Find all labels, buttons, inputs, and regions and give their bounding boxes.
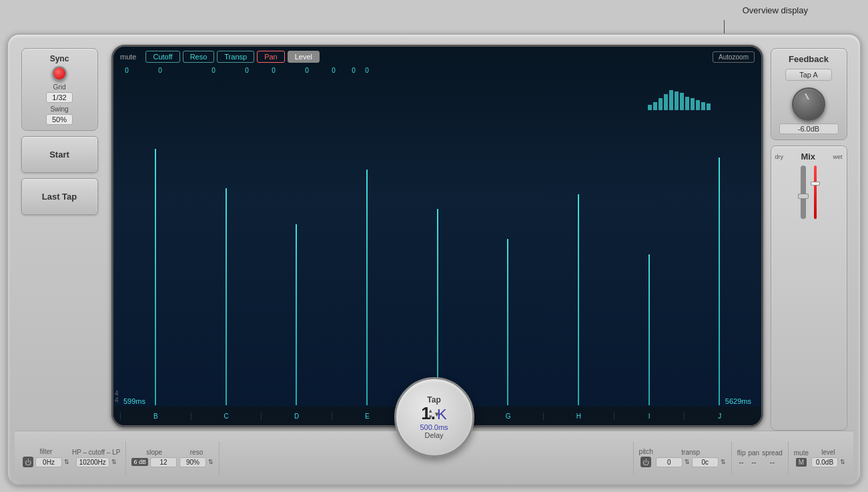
seq-line-C[interactable]	[191, 103, 262, 405]
transp-arrows[interactable]: ⇅	[685, 459, 690, 465]
feedback-db-value: -6.0dB	[779, 124, 839, 134]
pitch-group: pitch ⏻	[639, 448, 653, 467]
tap-delay-time: 500.0ms	[420, 423, 448, 431]
tap-overlay: Tap ▲▼ 1. K ▼ 500.0ms Delay	[394, 377, 474, 457]
mute-dot-7[interactable]: 0	[347, 67, 360, 75]
filter-hz-high-arrows[interactable]: ⇅	[111, 459, 117, 465]
mute-dot-4[interactable]: 0	[267, 67, 280, 75]
seq-line-J[interactable]	[684, 103, 755, 405]
beat-J[interactable]: J	[684, 413, 755, 420]
mix-dry-track[interactable]	[801, 166, 806, 219]
seq-line-B[interactable]	[120, 103, 191, 405]
transp-unit[interactable]: 0c	[692, 457, 719, 467]
transp-unit-arrows[interactable]: ⇅	[721, 459, 726, 465]
slope-row: 6 dB 12	[131, 457, 177, 467]
slope-group: slope 6 dB 12	[131, 449, 177, 467]
level-label: level	[821, 449, 835, 456]
tap-dropdown-arrow[interactable]: ▼	[434, 411, 440, 418]
beat-G[interactable]: G	[472, 413, 543, 420]
tab-transp[interactable]: Transp	[217, 51, 254, 63]
reso-arrows[interactable]: ⇅	[208, 459, 213, 465]
beat-B[interactable]: B	[120, 413, 191, 420]
flip-group: flip --	[737, 449, 746, 466]
mute-m-button[interactable]: M	[796, 458, 807, 467]
mute-dot-3[interactable]: 0	[240, 67, 254, 75]
mute-bottom-group: mute M	[794, 449, 809, 467]
filter-hz-low-arrows[interactable]: ⇅	[64, 459, 69, 465]
seq-line-F[interactable]	[402, 103, 473, 405]
divider-5	[788, 441, 789, 475]
level-arrows[interactable]: ⇅	[840, 459, 845, 465]
grid-value[interactable]: 1/32	[46, 92, 72, 103]
tap-up-down-arrows[interactable]: ▲▼	[428, 408, 433, 420]
start-button[interactable]: Start	[21, 136, 98, 173]
tab-cutoff[interactable]: Cutoff	[145, 51, 179, 63]
feedback-knob[interactable]	[792, 87, 825, 121]
flip-val: --	[739, 458, 743, 466]
tab-reso[interactable]: Reso	[183, 51, 215, 63]
beat-D[interactable]: D	[261, 413, 332, 420]
mix-dry-label: dry	[775, 154, 784, 160]
grid-label: Grid	[30, 83, 89, 91]
seq-line-I[interactable]	[614, 103, 685, 405]
mix-dry-thumb[interactable]	[798, 194, 809, 199]
swing-value[interactable]: 50%	[46, 114, 73, 125]
mix-wet-track[interactable]	[814, 166, 817, 219]
seq-line-E[interactable]	[332, 103, 402, 405]
reso-row: 90% ⇅	[179, 457, 213, 467]
mix-header: dry Mix wet	[775, 152, 843, 162]
tap-a-button[interactable]: Tap A	[785, 69, 832, 81]
mute-dot-8[interactable]: 0	[360, 67, 374, 75]
reso-val[interactable]: 90%	[179, 457, 206, 467]
mix-wet-thumb[interactable]	[811, 182, 820, 186]
overview-label: Overview display	[743, 5, 808, 15]
feedback-label: Feedback	[779, 54, 839, 64]
mix-label: Mix	[801, 152, 815, 162]
level-row: 0.0dB ⇅	[811, 457, 845, 467]
seq-line-H[interactable]	[543, 103, 614, 405]
mix-wet-label: wet	[833, 154, 842, 160]
tab-pan[interactable]: Pan	[257, 51, 285, 63]
mute-dot-2[interactable]: 0	[207, 67, 220, 75]
mute-dot-6[interactable]: 0	[327, 67, 340, 75]
beat-E[interactable]: E	[332, 413, 402, 420]
filter-power-button[interactable]: ⏻	[23, 457, 33, 467]
beat-I[interactable]: I	[614, 413, 685, 420]
autozoom-button[interactable]: Autozoom	[713, 51, 755, 63]
right-panel: Feedback Tap A -6.0dB dry Mix wet	[765, 48, 852, 431]
left-panel: Sync Grid 1/32 Swing 50% Start Last Tap	[16, 48, 103, 431]
mute-display-label: mute	[120, 53, 136, 61]
slope-val[interactable]: 12	[150, 457, 177, 467]
divider-2	[219, 441, 220, 475]
tab-level[interactable]: Level	[288, 51, 320, 63]
seq-line-D[interactable]	[261, 103, 332, 405]
filter-hz-low[interactable]: 0Hz	[35, 457, 62, 467]
mute-dot-1[interactable]: 0	[153, 67, 167, 75]
beat-C[interactable]: C	[191, 413, 262, 420]
swing-label: Swing	[30, 105, 89, 113]
tap-bottom-label: Delay	[424, 431, 443, 439]
feedback-box: Feedback Tap A -6.0dB	[771, 48, 847, 140]
pan-group: pan --	[749, 449, 760, 466]
mute-bottom-row: M	[796, 458, 807, 467]
beat-H[interactable]: H	[543, 413, 614, 420]
tap-circle[interactable]: Tap ▲▼ 1. K ▼ 500.0ms Delay	[394, 377, 474, 457]
level-val[interactable]: 0.0dB	[811, 457, 838, 467]
last-tap-button[interactable]: Last Tap	[21, 178, 98, 215]
spread-label: spread	[762, 449, 783, 457]
sync-button[interactable]	[52, 66, 67, 81]
slope-label: slope	[146, 449, 162, 456]
hpcutlp-label: HP – cutoff – LP	[72, 449, 120, 456]
mute-dot-5[interactable]: 0	[300, 67, 314, 75]
flip-row: --	[739, 458, 743, 466]
level-group: level 0.0dB ⇅	[811, 449, 845, 467]
transp-val[interactable]: 0	[656, 457, 683, 467]
mute-dot-0[interactable]: 0	[120, 67, 133, 75]
spread-val: --	[770, 458, 775, 466]
seq-line-G[interactable]	[472, 103, 543, 405]
pitch-power-button[interactable]: ⏻	[640, 457, 651, 467]
mute-bottom-label: mute	[794, 449, 809, 457]
filter-hz-high[interactable]: 10200Hz	[76, 457, 109, 467]
pan-val: --	[751, 458, 756, 466]
sequencer-area[interactable]	[120, 103, 755, 405]
